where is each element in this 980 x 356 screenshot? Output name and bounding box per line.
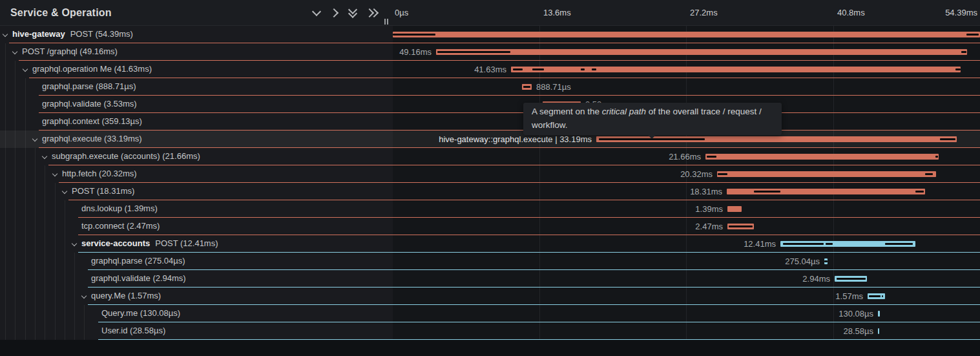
span-bar[interactable]	[868, 293, 885, 299]
trace-row-hive-gateway-post[interactable]: hive-gatewayPOST (54.39ms)	[0, 26, 980, 43]
chevron-down-glyph	[72, 241, 77, 246]
chevron-down-icon[interactable]	[23, 67, 29, 74]
trace-row-dns-lookup[interactable]: dns.lookup (1.39ms)1.39ms	[0, 200, 980, 218]
indent-guide	[5, 61, 6, 78]
trace-row-query-me-resolver[interactable]: Query.me (130.08µs)130.08µs	[0, 305, 980, 322]
chevron-down-icon[interactable]	[311, 8, 322, 17]
critical-path-segment	[393, 34, 435, 36]
indent-guide	[35, 200, 36, 218]
chevron-down-glyph	[3, 32, 8, 37]
span-bar[interactable]	[393, 32, 980, 37]
indent-guide	[55, 270, 56, 288]
indent-guide	[55, 235, 56, 253]
indent-guide	[45, 270, 45, 288]
trace-row-service-accounts-post[interactable]: service-accountsPOST (12.41ms)12.41ms	[0, 235, 980, 253]
chevron-down-icon[interactable]	[42, 154, 48, 161]
span-bar[interactable]	[780, 241, 915, 247]
chevron-down-icon[interactable]	[32, 137, 39, 143]
chevron-down-glyph	[23, 67, 28, 72]
span-bar[interactable]	[835, 276, 867, 282]
indent-guide	[45, 165, 45, 183]
trace-row-subgraph-execute-accounts[interactable]: subgraph.execute (accounts) (21.66ms)21.…	[0, 148, 980, 165]
tooltip-text-italic: critical path	[602, 107, 646, 116]
trace-row-graphql-parse-1[interactable]: graphql.parse (888.71µs)888.71µs	[0, 78, 980, 96]
span-name-label: service-accountsPOST (12.41ms)	[81, 235, 218, 252]
chevron-down-icon[interactable]	[3, 32, 9, 39]
critical-path-segment	[824, 260, 828, 262]
span-name-label: POST (18.31ms)	[72, 183, 134, 200]
column-resize-handle[interactable]	[384, 16, 390, 22]
span-duration-label: 49.16ms	[399, 43, 432, 61]
chevron-down-glyph	[32, 136, 37, 141]
indent-guide	[35, 288, 36, 305]
chevron-down-icon[interactable]	[52, 172, 59, 178]
indent-guide	[65, 270, 65, 288]
indent-guide	[15, 270, 16, 288]
indent-guide	[45, 200, 45, 218]
chevron-down-glyph	[12, 49, 17, 54]
trace-row-graphql-execute[interactable]: graphql.execute (33.19ms)hive-gateway::g…	[0, 131, 980, 148]
span-bar[interactable]	[717, 171, 936, 177]
span-duration-label: 20.32ms	[680, 165, 713, 183]
span-bar[interactable]	[727, 189, 925, 194]
chevron-down-icon[interactable]	[62, 189, 68, 196]
span-bar[interactable]	[727, 206, 742, 212]
span-name-label: POST /graphql (49.16ms)	[22, 43, 118, 60]
timeline-tick: 0µs	[395, 0, 408, 25]
critical-path-segment	[707, 156, 716, 158]
trace-row-graphql-validate-2[interactable]: graphql.validate (2.94ms)2.94ms	[0, 270, 980, 288]
indent-guide	[25, 288, 26, 305]
chevron-down-icon[interactable]	[72, 242, 78, 248]
trace-row-graphql-context[interactable]: graphql.context (359.13µs)359.13µs	[0, 113, 980, 131]
indent-guide	[25, 183, 26, 200]
indent-guide	[15, 218, 16, 235]
critical-path-segment	[837, 278, 866, 280]
double-chevron-right-icon[interactable]	[365, 8, 375, 17]
service-operation-header: Service & Operation	[10, 0, 112, 25]
indent-guide	[5, 131, 6, 148]
operation-name: POST /graphql (49.16ms)	[22, 47, 118, 56]
trace-row-post-graphql[interactable]: POST /graphql (49.16ms)49.16ms	[0, 43, 980, 61]
critical-path-segment	[581, 68, 585, 70]
indent-guide	[74, 253, 75, 270]
timeline-tick: 27.2ms	[690, 0, 718, 25]
trace-row-http-fetch[interactable]: http.fetch (20.32ms)20.32ms	[0, 165, 980, 183]
indent-guide	[35, 165, 36, 183]
trace-row-graphql-operation-me[interactable]: graphql.operation Me (41.63ms)41.63ms	[0, 61, 980, 78]
operation-name: query.Me (1.57ms)	[91, 291, 161, 300]
indent-guide	[25, 200, 26, 218]
span-name-label: Query.me (130.08µs)	[101, 305, 180, 322]
span-bar[interactable]	[705, 154, 939, 160]
trace-row-graphql-validate-1[interactable]: graphql.validate (3.53ms)3.53ms	[0, 96, 980, 113]
trace-row-query-me[interactable]: query.Me (1.57ms)1.57ms	[0, 288, 980, 305]
span-bar[interactable]	[511, 67, 961, 72]
span-bar[interactable]	[878, 311, 880, 317]
timeline-tick: 13.6ms	[543, 0, 571, 25]
double-chevron-down-icon[interactable]	[348, 6, 358, 16]
trace-row-graphql-parse-2[interactable]: graphql.parse (275.04µs)275.04µs	[0, 253, 980, 270]
indent-guide	[65, 322, 65, 340]
span-bar[interactable]	[878, 328, 879, 334]
indent-guide	[65, 288, 65, 305]
span-bar[interactable]	[824, 258, 828, 264]
chevron-right-icon[interactable]	[329, 8, 340, 17]
span-name-label: graphql.validate (3.53ms)	[42, 96, 137, 112]
trace-row-tcp-connect[interactable]: tcp.connect (2.47ms)2.47ms	[0, 218, 980, 235]
span-bar[interactable]	[436, 49, 967, 55]
chevron-down-icon[interactable]	[81, 294, 88, 300]
span-duration-label: 275.04µs	[785, 253, 820, 270]
span-bar[interactable]	[522, 84, 532, 90]
trace-row-user-id[interactable]: User.id (28.58µs)28.58µs	[0, 322, 980, 340]
trace-row-post[interactable]: POST (18.31ms)18.31ms	[0, 183, 980, 200]
indent-guide	[5, 96, 6, 113]
chevron-down-icon[interactable]	[12, 50, 19, 56]
indent-guide	[25, 218, 26, 235]
indent-guide	[84, 322, 85, 340]
operation-name: graphql.operation Me (41.63ms)	[32, 64, 152, 74]
span-bar[interactable]	[727, 224, 754, 229]
indent-guide	[15, 322, 16, 340]
indent-guide	[5, 235, 6, 253]
critical-path-segment	[437, 51, 510, 53]
indent-guide	[5, 148, 6, 165]
chevron-down-glyph	[42, 154, 47, 159]
